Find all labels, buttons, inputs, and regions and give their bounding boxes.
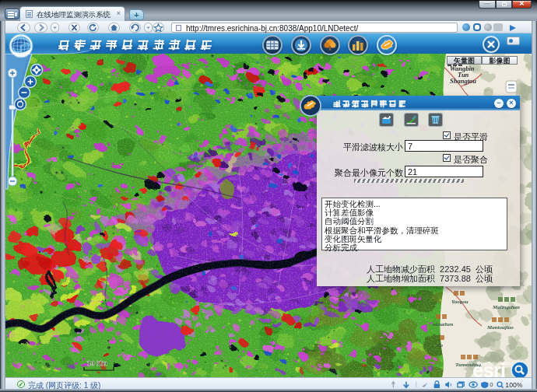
svg-text:Mantoujiao: Mantoujiao bbox=[486, 324, 514, 331]
svg-text:esri: esri bbox=[472, 359, 505, 377]
svg-text:Yaogou: Yaogou bbox=[451, 299, 469, 305]
svg-text:atouzhen: atouzhen bbox=[433, 321, 454, 327]
svg-text:da: da bbox=[437, 342, 444, 348]
svg-text:100%: 100% bbox=[505, 381, 522, 389]
svg-text:Malingshan: Malingshan bbox=[492, 304, 520, 310]
svg-text:Shangtou: Shangtou bbox=[450, 77, 476, 85]
svg-text:10 Km: 10 Km bbox=[87, 359, 107, 367]
svg-text:0: 0 bbox=[490, 381, 493, 388]
